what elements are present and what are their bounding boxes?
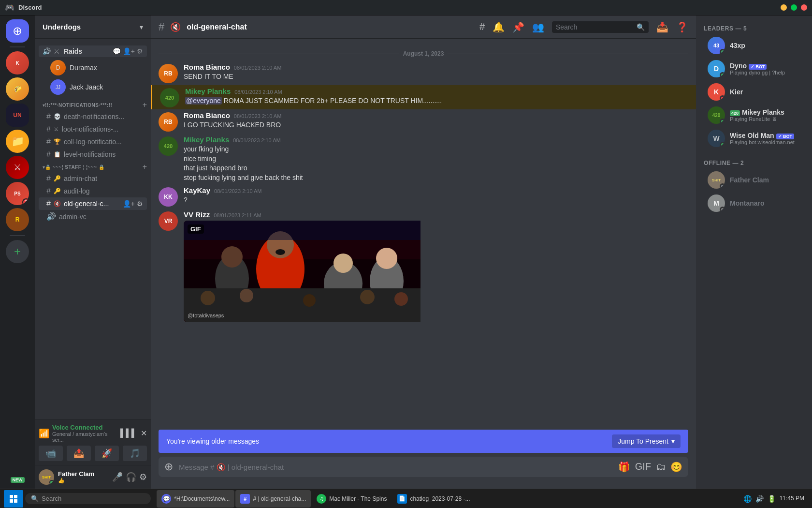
server-divider	[10, 46, 25, 47]
tray-battery-icon[interactable]: 🔋	[768, 495, 776, 503]
add-attachment-button[interactable]: ⊕	[164, 461, 173, 473]
panel-member-montanaro[interactable]: M Montanaro	[700, 192, 808, 215]
taskbar-item-discord[interactable]: 💬 *H:\Documents\new...	[157, 490, 234, 508]
channel-old-general-chat[interactable]: # 🔇 old-general-c... 👤+ ⚙	[39, 197, 147, 210]
maximize-button[interactable]	[791, 4, 797, 11]
panel-member-43xp[interactable]: 43 43xp	[700, 34, 808, 57]
server-icon-guild2[interactable]: 🌮	[6, 77, 29, 101]
hash-icon-6: #	[46, 187, 51, 195]
date-line-left	[159, 54, 399, 54]
msg-line-3: that just happend bro	[184, 164, 688, 173]
channel-audit-log[interactable]: # 🔑 audit-log	[39, 185, 147, 197]
member-list-icon[interactable]: 👥	[532, 21, 544, 33]
message-input[interactable]	[179, 463, 612, 471]
gif-container[interactable]: GIF @totaldivaseps	[184, 221, 425, 322]
category-notifications[interactable]: ▾ !!:***·NOTIFICATIONS·***:!! +	[35, 99, 151, 110]
svg-rect-21	[14, 499, 17, 503]
app-icon: 🎮	[5, 3, 14, 12]
member-status-dyno: Playing dyno.gg | ?help	[730, 70, 800, 75]
taskbar-discord-text: *H:\Documents\new...	[174, 495, 230, 502]
voice-bars-icon[interactable]: ▌▌▌	[120, 429, 137, 438]
server-header[interactable]: Underdogs ▾	[35, 15, 151, 39]
close-button[interactable]	[801, 4, 807, 11]
emoji-button[interactable]: 😊	[670, 461, 682, 473]
search-bar[interactable]: 🔍	[552, 21, 649, 33]
chat-icon[interactable]: 💬	[113, 47, 121, 55]
settings-channel-icon[interactable]: ⚙	[137, 200, 143, 208]
voice-member-jackjaack[interactable]: JJ Jack Jaack	[39, 77, 147, 97]
pinned-messages-icon[interactable]: 📌	[512, 21, 524, 33]
mic-button[interactable]: 🎤	[112, 472, 123, 482]
inbox-icon[interactable]: 📥	[656, 21, 668, 33]
search-input[interactable]	[556, 23, 634, 31]
server-icon-rg[interactable]: R	[6, 208, 29, 231]
msg-timestamp-6: 08/01/2023 2:11 AM	[214, 212, 261, 218]
channel-loot-notifications[interactable]: # ⚔ loot-notifications-...	[39, 123, 147, 135]
taskbar-item-spotify[interactable]: ♫ Mac Miller - The Spins	[312, 490, 392, 508]
msg-content-1: Roma Bianco 08/01/2023 2:10 AM SEND IT T…	[184, 63, 688, 83]
window-controls	[781, 4, 807, 11]
taskbar-chatlog-icon: 📄	[397, 494, 407, 504]
tray-sound-icon[interactable]: 🔊	[755, 495, 764, 503]
channel-hash-icon: #	[159, 21, 164, 33]
taskbar-item-discord-channel[interactable]: # # | old-general-cha...	[235, 490, 311, 508]
channel-coll-log[interactable]: # 🏆 coll-log-notificatio...	[39, 135, 147, 148]
sticker-button[interactable]: 🗂	[656, 461, 666, 473]
panel-member-mikey[interactable]: 420 420 Mikey Planks Playing RuneLite 🖥	[700, 104, 808, 127]
category-staff[interactable]: ▾ 🔒 ~~~¦ STAFF ¦ ¦~~~ 🔒 +	[35, 161, 151, 172]
add-member-channel-icon[interactable]: 👤+	[123, 200, 135, 208]
tray-network-icon[interactable]: 🌐	[743, 495, 752, 503]
notification-settings-icon[interactable]: 🔔	[493, 21, 505, 33]
disconnect-icon[interactable]: ✕	[141, 429, 147, 438]
camera-button[interactable]: 📹	[39, 446, 63, 461]
panel-member-kier[interactable]: K Kier	[700, 80, 808, 104]
gift-button[interactable]: 🎁	[618, 461, 630, 473]
help-icon[interactable]: ❓	[676, 21, 688, 33]
mention-everyone: @everyone	[185, 97, 222, 105]
add-channel-icon[interactable]: +	[143, 101, 147, 109]
svg-point-14	[360, 290, 375, 304]
user-settings-button[interactable]: ⚙	[139, 472, 147, 482]
server-icon-keesters[interactable]: K	[6, 51, 29, 75]
channel-level-notifications[interactable]: # 📋 level-notifications	[39, 148, 147, 161]
category-label-staff: 🔒 ~~~¦ STAFF ¦ ¦~~~ 🔒	[45, 164, 104, 170]
share-screen-button[interactable]: 📤	[67, 446, 91, 461]
taskbar-search-bar[interactable]: 🔍 Search	[25, 493, 151, 504]
threads-icon[interactable]: #	[479, 21, 485, 32]
message-6: VR VV Rizz 08/01/2023 2:11 AM	[151, 209, 696, 324]
user-controls: 🎤 🎧 ⚙	[112, 472, 147, 482]
channel-death-notifications[interactable]: # 💀 death-notifications...	[39, 110, 147, 123]
minimize-button[interactable]	[781, 4, 787, 11]
taskbar-item-chatlog[interactable]: 📄 chatlog_2023-07-28 -...	[392, 490, 475, 508]
panel-member-father-clam[interactable]: SHIT Father Clam	[700, 168, 808, 192]
server-icon-discord-home[interactable]: ⊕	[6, 19, 29, 43]
channel-admin-chat[interactable]: # 🔑 admin-chat	[39, 172, 147, 185]
headset-button[interactable]: 🎧	[126, 472, 136, 482]
add-member-icon[interactable]: 👤+	[123, 47, 135, 55]
voice-member-duramax[interactable]: D Duramax	[39, 58, 147, 77]
activity-button[interactable]: 🚀	[95, 446, 119, 461]
channel-admin-vc[interactable]: 🔊 admin-vc	[39, 210, 147, 223]
svg-point-9	[376, 248, 397, 269]
messages-area: August 1, 2023 RB Roma Bianco 08/01/2023…	[151, 39, 696, 430]
raids-channel[interactable]: 🔊 ⚔ Raids 💬 👤+ ⚙	[39, 45, 147, 57]
panel-avatar-kier: K	[708, 83, 725, 101]
chevron-down-icon: ▾	[140, 23, 143, 31]
server-icon-folder[interactable]: 📁	[6, 130, 29, 153]
jump-to-present-button[interactable]: Jump To Present ▾	[612, 434, 681, 448]
server-icon-add[interactable]: +	[6, 240, 29, 263]
server-icon-underdogs[interactable]: UN	[6, 104, 29, 127]
panel-member-dyno[interactable]: D Dyno ✓ BOT Playing dyno.gg | ?help	[700, 57, 808, 80]
chat-channel-name: old-general-chat	[187, 23, 246, 31]
start-button[interactable]	[4, 490, 23, 508]
server-icon-guild5[interactable]: ⚔	[6, 156, 29, 179]
panel-member-wom[interactable]: W Wise Old Man ✓ BOT Playing bot.wiseold…	[700, 127, 808, 150]
music-button[interactable]: 🎵	[123, 446, 147, 461]
server-icon-punstars[interactable]: PS 3	[6, 182, 29, 205]
settings-icon[interactable]: ⚙	[137, 47, 143, 55]
add-channel-icon-2[interactable]: +	[143, 163, 147, 171]
taskbar-search-text: Search	[42, 495, 61, 502]
system-time[interactable]: 11:45 PM	[780, 495, 804, 503]
msg-author-6: VV Rizz	[184, 210, 210, 219]
gif-button[interactable]: GIF	[635, 461, 651, 473]
